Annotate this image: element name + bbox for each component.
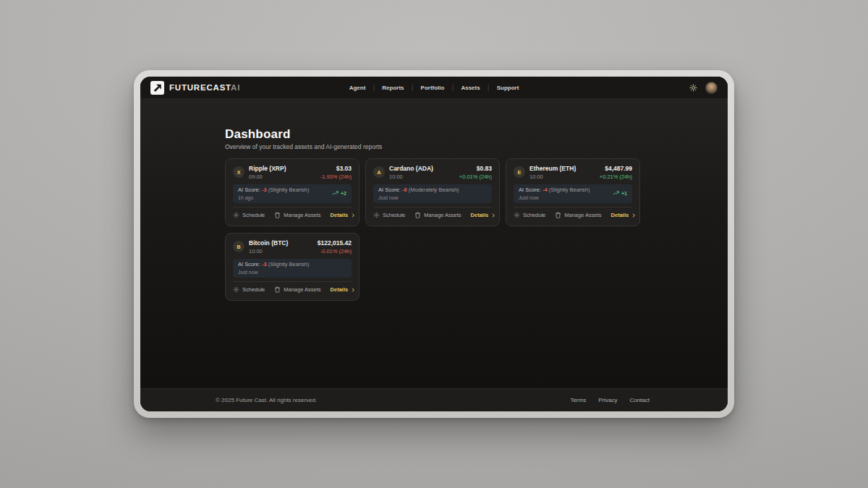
ai-score-value: -6: [402, 187, 407, 193]
app-window: FUTURECASTAI Agent Reports Portfolio Ass…: [134, 70, 734, 418]
trash-icon: [555, 212, 561, 218]
manage-assets-button[interactable]: Manage Assets: [414, 212, 461, 218]
asset-initial-badge: E: [514, 166, 525, 178]
schedule-button[interactable]: Schedule: [373, 212, 405, 218]
footer-link-privacy[interactable]: Privacy: [598, 397, 617, 403]
score-trend-badge: +2: [332, 190, 346, 197]
ai-score-descriptor: (Slightly Bearish): [268, 187, 310, 193]
user-avatar[interactable]: [705, 82, 718, 94]
asset-change: -0.01% (24h): [318, 248, 352, 254]
main-content: Dashboard Overview of your tracked asset…: [140, 99, 728, 388]
asset-initial-badge: X: [233, 166, 244, 178]
asset-time: 10:00: [389, 174, 433, 180]
schedule-button[interactable]: Schedule: [514, 212, 545, 218]
trash-icon: [414, 212, 421, 218]
gear-icon: [514, 212, 520, 218]
page-title: Dashboard: [225, 128, 640, 140]
ai-score-updated: 1h ago: [238, 195, 309, 200]
asset-price: $3.03: [320, 166, 352, 172]
ai-score-updated: Just now: [519, 195, 590, 200]
asset-time: 10:00: [249, 248, 288, 254]
brand-name: FUTURECASTAI: [169, 83, 240, 92]
top-bar-right: [689, 82, 718, 94]
manage-assets-button[interactable]: Manage Assets: [274, 286, 320, 293]
ai-score-label: AI Score:: [238, 187, 260, 193]
footer-links: Terms Privacy Contact: [570, 397, 650, 403]
ai-score-label: AI Score:: [238, 261, 260, 267]
asset-change: +0.01% (24h): [459, 174, 492, 180]
details-button[interactable]: Details: [331, 212, 357, 218]
gear-icon: [233, 286, 239, 293]
trending-up-icon: [613, 190, 619, 197]
ai-score-label: AI Score:: [378, 187, 401, 193]
nav-item-reports[interactable]: Reports: [374, 85, 412, 91]
nav-item-assets[interactable]: Assets: [453, 85, 488, 91]
asset-name: Ripple (XRP): [249, 166, 286, 172]
details-button[interactable]: Details: [611, 212, 637, 218]
details-button[interactable]: Details: [471, 212, 497, 218]
ai-score-descriptor: (Slightly Bearish): [549, 187, 590, 193]
asset-card-ethereum: E Ethereum (ETH) 10:00 $4,487.99 +0.21% …: [506, 158, 640, 226]
trash-icon: [274, 212, 281, 218]
ai-score-updated: Just now: [238, 270, 309, 275]
ai-score-box: AI Score: -3 (Slightly Bearish) 1h ago +…: [233, 184, 352, 203]
asset-price: $4,487.99: [600, 166, 632, 172]
asset-name: Cardano (ADA): [389, 166, 433, 172]
asset-card-cardano: A Cardano (ADA) 10:00 $0.83 +0.01% (24h): [365, 158, 500, 226]
brand-logo-icon: [150, 81, 164, 95]
asset-name: Bitcoin (BTC): [249, 240, 288, 247]
gear-icon: [233, 212, 239, 218]
footer-link-contact[interactable]: Contact: [629, 397, 650, 403]
brand[interactable]: FUTURECASTAI: [150, 81, 240, 95]
ai-score-descriptor: (Moderately Bearish): [409, 187, 459, 193]
manage-assets-button[interactable]: Manage Assets: [274, 212, 320, 218]
ai-score-box: AI Score: -3 (Slightly Bearish) Just now: [233, 259, 352, 278]
app-screen: FUTURECASTAI Agent Reports Portfolio Ass…: [140, 77, 728, 411]
score-trend-badge: +1: [613, 190, 627, 197]
ai-score-value: -3: [262, 261, 267, 267]
asset-time: 09:00: [249, 174, 286, 180]
asset-name: Ethereum (ETH): [529, 166, 576, 172]
nav-item-support[interactable]: Support: [489, 85, 527, 91]
asset-price: $122,015.42: [318, 240, 352, 247]
manage-assets-button[interactable]: Manage Assets: [555, 212, 601, 218]
trash-icon: [274, 286, 281, 293]
ai-score-descriptor: (Slightly Bearish): [268, 261, 310, 267]
chevron-right-icon: [631, 213, 637, 218]
chevron-right-icon: [350, 287, 356, 293]
asset-time: 10:00: [529, 174, 576, 180]
schedule-button[interactable]: Schedule: [233, 212, 265, 218]
asset-change: +0.21% (24h): [600, 174, 632, 180]
details-button[interactable]: Details: [331, 286, 357, 293]
ai-score-box: AI Score: -6 (Moderately Bearish) Just n…: [373, 184, 492, 203]
gear-icon: [373, 212, 380, 218]
ai-score-value: -3: [262, 187, 267, 193]
asset-card-ripple: X Ripple (XRP) 09:00 $3.03 -1.93% (24h): [225, 158, 359, 226]
chevron-right-icon: [490, 213, 496, 218]
page-subtitle: Overview of your tracked assets and AI-g…: [225, 143, 640, 150]
main-nav: Agent Reports Portfolio Assets Support: [341, 77, 527, 98]
asset-price: $0.83: [459, 166, 492, 172]
asset-card-grid: X Ripple (XRP) 09:00 $3.03 -1.93% (24h): [225, 158, 640, 301]
trending-up-icon: [332, 190, 339, 197]
footer: © 2025 Future Cast. All rights reserved.…: [140, 388, 728, 411]
asset-change: -1.93% (24h): [320, 174, 352, 180]
top-bar: FUTURECASTAI Agent Reports Portfolio Ass…: [140, 77, 728, 99]
chevron-right-icon: [350, 213, 356, 218]
asset-card-bitcoin: B Bitcoin (BTC) 10:00 $122,015.42 -0.01%…: [225, 233, 359, 301]
copyright-text: © 2025 Future Cast. All rights reserved.: [216, 397, 317, 403]
ai-score-value: -4: [542, 187, 548, 193]
ai-score-box: AI Score: -4 (Slightly Bearish) Just now…: [514, 184, 632, 203]
schedule-button[interactable]: Schedule: [233, 286, 265, 293]
nav-item-agent[interactable]: Agent: [341, 85, 374, 91]
ai-score-updated: Just now: [378, 195, 459, 200]
footer-link-terms[interactable]: Terms: [570, 397, 586, 403]
asset-initial-badge: A: [373, 166, 385, 178]
asset-initial-badge: B: [233, 241, 244, 252]
nav-item-portfolio[interactable]: Portfolio: [413, 85, 453, 91]
theme-toggle-sun-icon[interactable]: [689, 84, 697, 92]
ai-score-label: AI Score:: [519, 187, 541, 193]
